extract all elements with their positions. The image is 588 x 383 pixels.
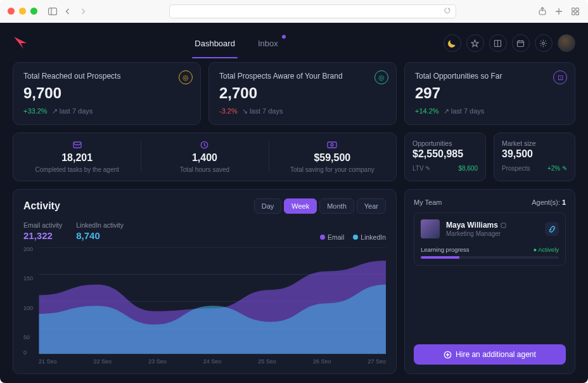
mini-title: Market size: [502, 140, 567, 147]
range-day[interactable]: Day: [254, 198, 282, 214]
book-icon[interactable]: [489, 34, 507, 52]
member-link-icon[interactable]: [545, 222, 559, 236]
activity-header: Activity Day Week Month Year: [23, 198, 386, 214]
calendar-icon[interactable]: [512, 34, 530, 52]
series-label: Email activity: [23, 221, 62, 229]
nav-dashboard[interactable]: Dashboard: [192, 34, 238, 53]
maximize-window-icon[interactable]: [30, 8, 37, 15]
member-name: Maya Williams: [446, 221, 506, 230]
series-row: Email activity 21,322 LinkedIn activity …: [23, 221, 386, 241]
kpi-period: ↗ last 7 days: [444, 107, 485, 115]
plus-icon[interactable]: [554, 6, 564, 16]
stat-completed-tasks: 18,201 Completed tasks by the agent: [13, 133, 141, 181]
topbar: Dashboard Inbox: [13, 29, 575, 57]
dot-icon: [353, 235, 358, 240]
legend-linkedin: LinkedIn: [353, 233, 386, 241]
svg-rect-6: [576, 11, 579, 15]
theme-toggle-icon[interactable]: [444, 34, 461, 52]
kpi-title: Total Reached out Prospects: [23, 72, 190, 81]
mini-sub-value: $8,600: [458, 165, 478, 172]
svg-rect-9: [518, 41, 524, 46]
kpi-title: Total Prospects Aware of Your Brand: [219, 72, 386, 81]
top-nav: Dashboard Inbox: [192, 34, 280, 53]
x-tick: 27 Seo: [368, 358, 386, 365]
share-icon[interactable]: [537, 6, 547, 16]
x-tick: 23 Seo: [148, 358, 167, 365]
mini-sub-value[interactable]: +2% ✎: [547, 165, 567, 172]
kpi-value: 2,700: [219, 84, 386, 102]
series-label: LinkedIn activity: [76, 221, 124, 229]
stat-hours-saved: 1,400 Total hours saved: [141, 133, 268, 181]
address-bar[interactable]: [169, 4, 456, 18]
mini-opportunities: Opportunities $2,550,985 LTV ✎ $8,600: [404, 133, 486, 181]
range-month[interactable]: Month: [319, 198, 354, 214]
verified-icon: [501, 223, 506, 228]
kpi-reached-out: ◎ Total Reached out Prospects 9,700 +33.…: [13, 62, 201, 125]
hire-agent-button[interactable]: Hire an additional agent: [414, 344, 566, 365]
team-member[interactable]: Maya Williams Marketing Manager Learning…: [414, 212, 566, 266]
user-avatar[interactable]: [558, 34, 575, 52]
mini-sub-label: Prospects: [502, 165, 530, 172]
stat-savings: $59,500 Total saving for your company: [269, 133, 396, 181]
mini-sub-label[interactable]: LTV ✎: [412, 165, 430, 172]
brand-icon: ◎: [374, 70, 388, 84]
kpi-delta-pct: +33.2%: [23, 107, 48, 115]
topbar-actions: [444, 34, 575, 52]
legend-email: Email: [320, 233, 344, 241]
hire-label: Hire an additional agent: [456, 350, 536, 359]
range-year[interactable]: Year: [357, 198, 386, 214]
kpi-delta: +33.2% ↗ last 7 days: [23, 107, 190, 115]
tasks-icon: [17, 141, 137, 151]
svg-rect-3: [572, 8, 575, 11]
kpi-delta-pct: +14.2%: [415, 107, 439, 115]
mid-row: 18,201 Completed tasks by the agent 1,40…: [13, 133, 575, 181]
range-toggle: Day Week Month Year: [254, 198, 386, 214]
x-tick: 25 Seo: [258, 358, 276, 365]
nav-inbox-label: Inbox: [258, 39, 278, 48]
x-tick: 24 Seo: [203, 358, 222, 365]
star-icon[interactable]: [466, 34, 484, 52]
kpi-title: Total Opportunities so Far: [415, 72, 565, 81]
team-agent-count: Agent(s): 1: [532, 198, 566, 206]
close-window-icon[interactable]: [8, 8, 15, 15]
kpi-row: ◎ Total Reached out Prospects 9,700 +33.…: [13, 62, 575, 125]
series-email: Email activity 21,322: [23, 221, 62, 241]
svg-rect-5: [572, 11, 575, 15]
progress-label: Learning progress: [421, 246, 470, 253]
kpi-delta: -3.2% ↘ last 7 days: [219, 107, 386, 115]
minimize-window-icon[interactable]: [19, 8, 26, 15]
mini-sub: LTV ✎ $8,600: [412, 165, 478, 172]
browser-chrome: [0, 0, 588, 23]
nav-inbox[interactable]: Inbox: [255, 34, 281, 53]
tabs-icon[interactable]: [570, 6, 580, 16]
mini-value: 39,500: [502, 148, 567, 160]
svg-rect-4: [576, 8, 579, 11]
range-week[interactable]: Week: [284, 198, 317, 214]
x-tick: 21 Seo: [39, 358, 57, 365]
team-card: My Team Agent(s): 1 Maya Williams: [404, 189, 575, 374]
bottom-row: Activity Day Week Month Year Email activ…: [13, 189, 575, 374]
chart-legend: Email LinkedIn: [320, 233, 386, 241]
member-role: Marketing Manager: [446, 230, 506, 237]
sidebar-icon[interactable]: [48, 6, 58, 16]
svg-rect-14: [74, 142, 81, 148]
svg-rect-16: [328, 142, 336, 148]
kpi-period: ↗ last 7 days: [52, 107, 93, 115]
x-tick: 26 Seo: [313, 358, 331, 365]
inbox-unread-dot-icon: [282, 35, 286, 39]
team-title: My Team: [414, 198, 442, 206]
back-icon[interactable]: [63, 6, 73, 16]
mini-sub: Prospects +2% ✎: [502, 165, 567, 172]
activity-title: Activity: [23, 200, 60, 212]
x-tick: 22 Seo: [94, 358, 112, 365]
content: ◎ Total Reached out Prospects 9,700 +33.…: [13, 62, 575, 374]
stat-value: 1,400: [144, 152, 264, 164]
svg-point-17: [331, 144, 333, 146]
svg-point-13: [542, 42, 545, 44]
y-tick: 50: [23, 334, 30, 341]
app-logo-icon[interactable]: [13, 35, 29, 51]
forward-icon[interactable]: [78, 6, 88, 16]
settings-gear-icon[interactable]: [535, 34, 553, 52]
mini-market-size: Market size 39,500 Prospects +2% ✎: [494, 133, 575, 181]
kpi-value: 9,700: [23, 84, 190, 102]
